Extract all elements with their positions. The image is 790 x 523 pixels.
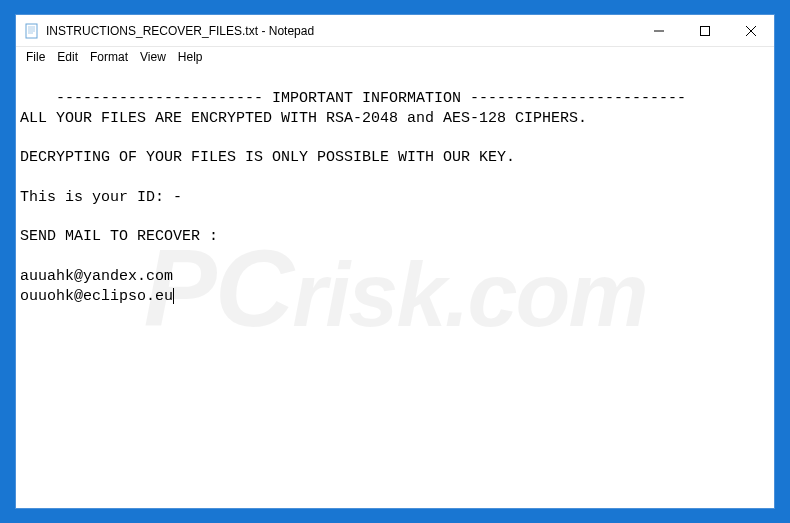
titlebar[interactable]: INSTRUCTIONS_RECOVER_FILES.txt - Notepad (16, 15, 774, 47)
text-line: ouuohk@eclipso.eu (20, 288, 173, 305)
svg-rect-6 (701, 27, 710, 36)
text-line: ----------------------- IMPORTANT INFORM… (56, 90, 686, 107)
menu-help[interactable]: Help (172, 49, 209, 65)
menu-view[interactable]: View (134, 49, 172, 65)
editor-area[interactable]: PCrisk.com----------------------- IMPORT… (16, 67, 774, 508)
maximize-button[interactable] (682, 15, 728, 47)
text-cursor (173, 288, 174, 304)
menu-edit[interactable]: Edit (51, 49, 84, 65)
menu-file[interactable]: File (20, 49, 51, 65)
text-line: SEND MAIL TO RECOVER : (20, 228, 218, 245)
text-line: DECRYPTING OF YOUR FILES IS ONLY POSSIBL… (20, 149, 515, 166)
menubar: File Edit Format View Help (16, 47, 774, 67)
window-title: INSTRUCTIONS_RECOVER_FILES.txt - Notepad (46, 24, 636, 38)
text-line: ALL YOUR FILES ARE ENCRYPTED WITH RSA-20… (20, 110, 587, 127)
notepad-icon (24, 23, 40, 39)
text-line: This is your ID: - (20, 189, 182, 206)
watermark: PCrisk.com (143, 215, 646, 360)
text-line: auuahk@yandex.com (20, 268, 173, 285)
menu-format[interactable]: Format (84, 49, 134, 65)
notepad-window: INSTRUCTIONS_RECOVER_FILES.txt - Notepad… (15, 14, 775, 509)
minimize-button[interactable] (636, 15, 682, 47)
window-controls (636, 15, 774, 46)
close-button[interactable] (728, 15, 774, 47)
